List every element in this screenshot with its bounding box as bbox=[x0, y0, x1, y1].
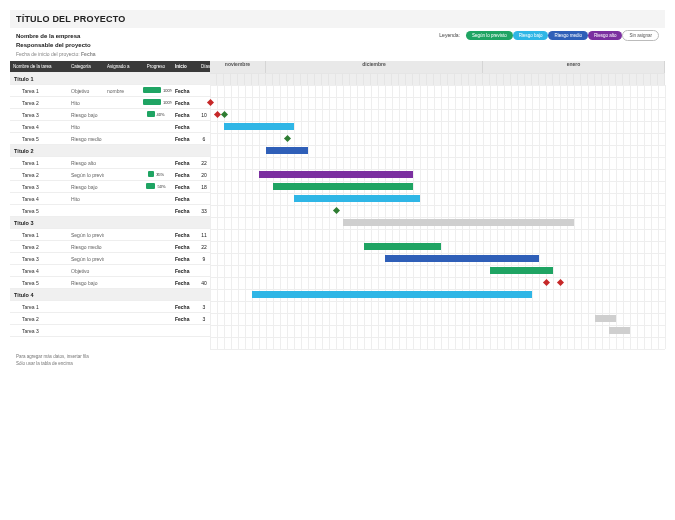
task-category: Riesgo bajo bbox=[68, 280, 104, 286]
task-row[interactable]: Tarea 5Riesgo medioFecha6 bbox=[10, 133, 210, 145]
task-name: Tarea 2 bbox=[10, 244, 68, 250]
task-row[interactable]: Tarea 4ObjetivoFecha bbox=[10, 265, 210, 277]
task-row[interactable]: Tarea 4HitoFecha bbox=[10, 193, 210, 205]
task-row[interactable]: Tarea 4HitoFecha bbox=[10, 121, 210, 133]
task-name: Tarea 3 bbox=[10, 112, 68, 118]
day-cell bbox=[581, 73, 588, 85]
day-cell bbox=[343, 73, 350, 85]
task-category: Riesgo medio bbox=[68, 136, 104, 142]
month-label: diciembre bbox=[266, 61, 483, 73]
phase-row: Título 3 bbox=[10, 217, 210, 229]
task-row[interactable]: Tarea 1Riesgo altoFecha22 bbox=[10, 157, 210, 169]
gantt-bar[interactable] bbox=[266, 147, 308, 154]
legend-chip: Según lo previsto bbox=[466, 31, 513, 40]
task-start: Fecha bbox=[172, 244, 198, 250]
gantt-bar[interactable] bbox=[294, 195, 420, 202]
day-cell bbox=[490, 73, 497, 85]
page-title: TÍTULO DEL PROYECTO bbox=[10, 10, 665, 28]
day-cell bbox=[371, 73, 378, 85]
day-cell bbox=[518, 73, 525, 85]
task-row[interactable]: Tarea 1Según lo previstoFecha11 bbox=[10, 229, 210, 241]
day-cell bbox=[532, 73, 539, 85]
legend-chip: Sin asignar bbox=[622, 30, 659, 41]
task-category: Objetivo bbox=[68, 88, 104, 94]
gantt-bar[interactable] bbox=[343, 219, 574, 226]
month-label: enero bbox=[483, 61, 665, 73]
legend-chip: Riesgo alto bbox=[588, 31, 623, 40]
gantt-bar[interactable] bbox=[609, 327, 630, 334]
task-row[interactable]: Tarea 3Riesgo bajo40%Fecha10 bbox=[10, 109, 210, 121]
day-cell bbox=[483, 73, 490, 85]
day-cell bbox=[322, 73, 329, 85]
day-cell bbox=[511, 73, 518, 85]
day-cell bbox=[357, 73, 364, 85]
day-cell bbox=[231, 73, 238, 85]
day-cell bbox=[336, 73, 343, 85]
day-cell bbox=[476, 73, 483, 85]
day-cell bbox=[651, 73, 658, 85]
milestone-icon[interactable] bbox=[543, 279, 550, 286]
task-days: 18 bbox=[198, 184, 210, 190]
day-cell bbox=[469, 73, 476, 85]
day-cell bbox=[315, 73, 322, 85]
footnotes: Para agregar más datos, insertar fila Só… bbox=[10, 349, 665, 371]
task-row[interactable]: Tarea 2Hito100%Fecha bbox=[10, 97, 210, 109]
day-cell bbox=[602, 73, 609, 85]
day-cell bbox=[210, 73, 217, 85]
gantt-bar[interactable] bbox=[273, 183, 413, 190]
gantt-bar[interactable] bbox=[224, 123, 294, 130]
task-progress: 50% bbox=[140, 183, 172, 190]
task-row[interactable]: Tarea 2Fecha3 bbox=[10, 313, 210, 325]
day-cell bbox=[441, 73, 448, 85]
day-cell bbox=[588, 73, 595, 85]
task-start: Fecha bbox=[172, 232, 198, 238]
day-cell bbox=[567, 73, 574, 85]
task-row[interactable]: Tarea 5Riesgo bajoFecha40 bbox=[10, 277, 210, 289]
task-start: Fecha bbox=[172, 88, 198, 94]
legend-label: Leyenda: bbox=[439, 32, 460, 38]
milestone-icon[interactable] bbox=[221, 111, 228, 118]
task-row[interactable]: Tarea 1Objetivonombre100%Fecha bbox=[10, 85, 210, 97]
day-cell bbox=[560, 73, 567, 85]
gantt-bar[interactable] bbox=[252, 291, 532, 298]
task-row[interactable]: Tarea 3 bbox=[10, 325, 210, 337]
phase-row: Título 2 bbox=[10, 145, 210, 157]
task-row[interactable]: Tarea 3Riesgo bajo50%Fecha18 bbox=[10, 181, 210, 193]
task-category: Riesgo alto bbox=[68, 160, 104, 166]
task-category: Hito bbox=[68, 100, 104, 106]
gantt-bar[interactable] bbox=[490, 267, 553, 274]
task-days: 40 bbox=[198, 280, 210, 286]
gantt-bar[interactable] bbox=[259, 171, 413, 178]
task-assignee: nombre bbox=[104, 88, 140, 94]
col-start: Inicio bbox=[172, 64, 198, 69]
task-days: 3 bbox=[198, 316, 210, 322]
milestone-icon[interactable] bbox=[284, 135, 291, 142]
gantt-bar[interactable] bbox=[595, 315, 616, 322]
gantt-bar[interactable] bbox=[385, 255, 539, 262]
task-row[interactable]: Tarea 2Según lo previsto35%Fecha20 bbox=[10, 169, 210, 181]
task-name: Tarea 5 bbox=[10, 136, 68, 142]
legend-chip: Riesgo medio bbox=[548, 31, 588, 40]
day-cell bbox=[658, 73, 665, 85]
day-cell bbox=[273, 73, 280, 85]
day-cell bbox=[378, 73, 385, 85]
task-row[interactable]: Tarea 3Según lo previstoFecha9 bbox=[10, 253, 210, 265]
task-start: Fecha bbox=[172, 184, 198, 190]
col-category: Categoría bbox=[68, 64, 104, 69]
task-name: Tarea 4 bbox=[10, 124, 68, 130]
task-name: Tarea 3 bbox=[10, 184, 68, 190]
day-cell bbox=[448, 73, 455, 85]
task-row[interactable]: Tarea 1Fecha3 bbox=[10, 301, 210, 313]
day-cell bbox=[280, 73, 287, 85]
task-start: Fecha bbox=[172, 124, 198, 130]
task-start: Fecha bbox=[172, 196, 198, 202]
task-row[interactable]: Tarea 2Riesgo medioFecha22 bbox=[10, 241, 210, 253]
day-cell bbox=[434, 73, 441, 85]
gantt-bar[interactable] bbox=[364, 243, 441, 250]
task-row[interactable]: Tarea 5Fecha33 bbox=[10, 205, 210, 217]
day-cell bbox=[637, 73, 644, 85]
milestone-icon[interactable] bbox=[557, 279, 564, 286]
day-cell bbox=[623, 73, 630, 85]
col-assignee: Asignado a bbox=[104, 64, 140, 69]
milestone-icon[interactable] bbox=[333, 207, 340, 214]
